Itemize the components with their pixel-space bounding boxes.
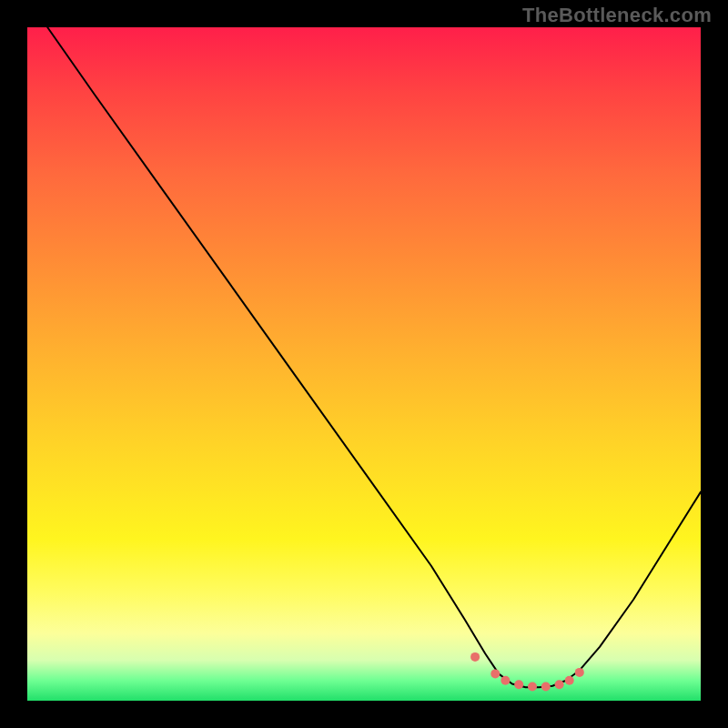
marker-dot bbox=[541, 682, 551, 692]
watermark-text: TheBottleneck.com bbox=[522, 4, 712, 27]
marker-dot bbox=[500, 676, 510, 685]
marker-dot bbox=[528, 682, 537, 692]
marker-dot bbox=[565, 676, 574, 685]
marker-dot bbox=[514, 680, 523, 689]
marker-layer bbox=[27, 27, 701, 701]
marker-dot bbox=[575, 668, 584, 677]
marker-dot bbox=[490, 669, 500, 678]
plot-area bbox=[27, 27, 701, 701]
marker-group bbox=[470, 652, 584, 692]
marker-dot bbox=[470, 652, 480, 662]
chart-frame: TheBottleneck.com bbox=[0, 0, 728, 728]
marker-dot bbox=[555, 680, 564, 689]
